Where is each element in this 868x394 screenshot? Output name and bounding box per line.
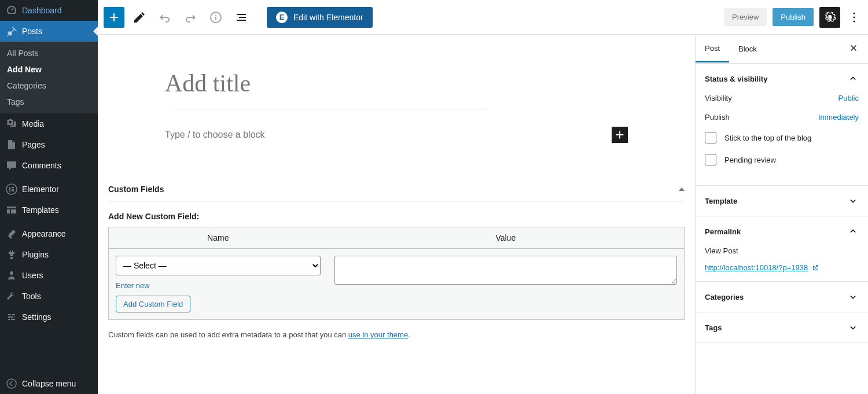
block-placeholder-text[interactable]: Type / to choose a block — [165, 130, 265, 140]
enter-new-link[interactable]: Enter new — [116, 281, 150, 290]
pencil-icon — [133, 10, 146, 24]
section-permalink[interactable]: Permalink — [696, 216, 868, 246]
sidebar-item-appearance[interactable]: Appearance — [0, 223, 98, 244]
chevron-up-icon — [847, 226, 859, 237]
editor-toolbar: E Edit with Elementor Preview Publish — [98, 0, 868, 35]
dots-vertical-icon — [847, 10, 861, 24]
custom-field-value-textarea[interactable] — [334, 256, 677, 285]
svg-point-5 — [7, 379, 16, 388]
sidebar-item-comments[interactable]: Comments — [0, 155, 98, 176]
cf-col-name: Name — [109, 227, 328, 249]
sidebar-item-templates[interactable]: Templates — [0, 200, 98, 220]
svg-point-9 — [828, 16, 832, 19]
publish-button[interactable]: Publish — [773, 8, 814, 26]
custom-fields-table: Name Value — Select — — [108, 227, 685, 320]
svg-rect-1 — [9, 187, 10, 192]
settings-panel: Post Block Status & visibility Visibilit… — [695, 35, 868, 394]
sidebar-item-label: Templates — [22, 205, 59, 215]
sidebar-item-media[interactable]: Media — [0, 113, 98, 134]
sidebar-subitem-categories[interactable]: Categories — [0, 78, 98, 94]
editor-canvas: Type / to choose a block Custom Fields A… — [98, 35, 695, 394]
list-view-button[interactable] — [231, 7, 252, 28]
svg-rect-3 — [12, 189, 14, 190]
pages-icon — [6, 139, 17, 150]
sidebar-subitem-all-posts[interactable]: All Posts — [0, 45, 98, 61]
collapse-icon — [6, 378, 17, 389]
pending-checkbox-row[interactable]: Pending review — [705, 154, 859, 165]
stick-checkbox-row[interactable]: Stick to the top of the blog — [705, 132, 859, 143]
list-icon — [234, 10, 248, 24]
more-options-button[interactable] — [846, 7, 862, 28]
sidebar-item-label: Dashboard — [22, 6, 62, 15]
sidebar-item-plugins[interactable]: Plugins — [0, 244, 98, 265]
section-label: Template — [705, 197, 737, 205]
svg-rect-8 — [215, 17, 216, 20]
tab-block[interactable]: Block — [729, 35, 766, 62]
sidebar-item-pages[interactable]: Pages — [0, 134, 98, 155]
add-custom-field-label: Add New Custom Field: — [108, 212, 685, 221]
sidebar-item-label: Elementor — [22, 185, 59, 194]
chevron-down-icon — [847, 291, 859, 303]
stick-label: Stick to the top of the blog — [724, 134, 811, 142]
preview-button[interactable]: Preview — [724, 8, 767, 26]
svg-point-11 — [853, 16, 855, 18]
external-link-icon — [811, 264, 819, 272]
use-in-theme-link[interactable]: use in your theme — [348, 330, 408, 339]
svg-point-7 — [215, 14, 216, 16]
section-label: Status & visibility — [705, 75, 767, 83]
section-categories[interactable]: Categories — [696, 282, 868, 312]
sidebar-item-elementor[interactable]: Elementor — [0, 179, 98, 200]
dashboard-icon — [6, 5, 17, 16]
appearance-icon — [6, 228, 17, 240]
close-panel-button[interactable] — [839, 43, 868, 55]
chevron-down-icon — [847, 322, 859, 333]
settings-panel-toggle[interactable] — [819, 7, 840, 28]
add-custom-field-button[interactable]: Add Custom Field — [116, 296, 190, 312]
tab-post[interactable]: Post — [696, 35, 729, 62]
svg-rect-2 — [12, 187, 14, 188]
undo-icon — [158, 10, 172, 24]
custom-field-name-select[interactable]: — Select — — [116, 256, 321, 275]
edit-tool-button[interactable] — [129, 7, 150, 28]
sidebar-item-tools[interactable]: Tools — [0, 286, 98, 307]
templates-icon — [6, 204, 17, 216]
section-label: Tags — [705, 323, 722, 332]
section-tags[interactable]: Tags — [696, 312, 868, 343]
publish-value-link[interactable]: Immediately — [818, 113, 859, 121]
svg-point-12 — [853, 20, 855, 22]
sidebar-item-dashboard[interactable]: Dashboard — [0, 0, 98, 21]
sidebar-item-label: Settings — [22, 312, 52, 322]
sidebar-item-settings[interactable]: Settings — [0, 307, 98, 327]
sidebar-item-label: Media — [22, 119, 44, 128]
post-title-input[interactable] — [165, 69, 628, 97]
sidebar-subitem-add-new[interactable]: Add New — [0, 61, 98, 78]
admin-sidebar: Dashboard Posts All Posts Add New Catego… — [0, 0, 98, 394]
elementor-logo-icon: E — [276, 12, 288, 23]
media-icon — [6, 118, 17, 130]
sidebar-item-posts[interactable]: Posts — [0, 21, 98, 42]
add-block-button[interactable] — [104, 7, 124, 28]
edit-with-elementor-button[interactable]: E Edit with Elementor — [267, 7, 373, 28]
undo-button[interactable] — [155, 7, 175, 28]
permalink-url-link[interactable]: http://localhost:10018/?p=1938 — [705, 263, 819, 272]
custom-fields-heading[interactable]: Custom Fields — [108, 178, 685, 201]
custom-fields-panel: Custom Fields Add New Custom Field: Name… — [108, 178, 685, 339]
info-button[interactable] — [205, 7, 226, 28]
sidebar-subitem-tags[interactable]: Tags — [0, 94, 98, 110]
redo-button[interactable] — [180, 7, 201, 28]
visibility-value-link[interactable]: Public — [838, 94, 859, 102]
plugins-icon — [6, 249, 17, 260]
pending-checkbox[interactable] — [705, 154, 716, 165]
custom-fields-description: Custom fields can be used to add extra m… — [108, 330, 685, 339]
sidebar-item-users[interactable]: Users — [0, 265, 98, 286]
stick-checkbox[interactable] — [705, 132, 716, 143]
custom-fields-title: Custom Fields — [108, 185, 164, 194]
section-status-visibility[interactable]: Status & visibility — [696, 64, 868, 94]
view-post-label: View Post — [705, 246, 859, 255]
sidebar-collapse[interactable]: Collapse menu — [0, 373, 98, 394]
publish-label: Publish — [705, 113, 730, 121]
inline-add-block-button[interactable] — [612, 127, 628, 143]
section-template[interactable]: Template — [696, 186, 868, 216]
cf-col-value: Value — [328, 227, 685, 249]
chevron-up-icon — [847, 73, 859, 84]
